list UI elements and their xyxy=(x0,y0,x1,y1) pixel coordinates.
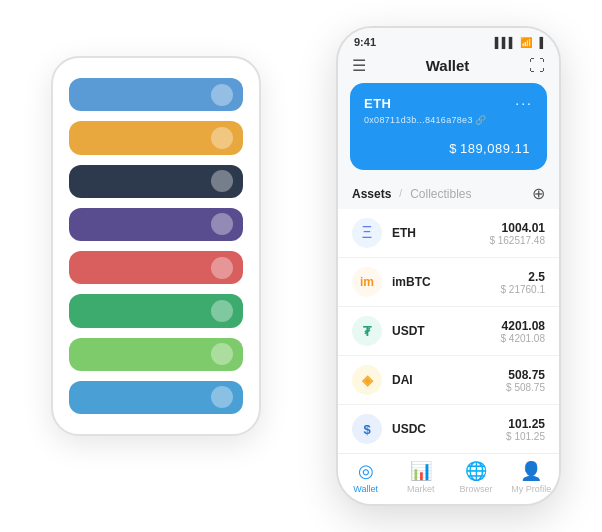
eth-card[interactable]: ETH ··· 0x08711d3b...8416a78e3 🔗 $189,08… xyxy=(350,83,547,170)
wallet-nav-label: Wallet xyxy=(353,484,378,494)
usdt-amount: 4201.08 xyxy=(501,319,546,333)
imbtc-amounts: 2.5 $ 21760.1 xyxy=(501,270,546,295)
bottom-navigation: ◎ Wallet 📊 Market 🌐 Browser 👤 My Profile xyxy=(338,453,559,504)
bg-card-1 xyxy=(69,78,243,111)
nav-profile[interactable]: 👤 My Profile xyxy=(504,460,559,494)
tab-assets[interactable]: Assets xyxy=(352,187,391,201)
eth-card-label: ETH xyxy=(364,96,392,111)
browser-nav-icon: 🌐 xyxy=(465,460,487,482)
scene: 9:41 ▌▌▌ 📶 ▐ ☰ Wallet ⛶ ETH ··· 0x08711d… xyxy=(21,16,581,516)
eth-usd: $ 162517.48 xyxy=(489,235,545,246)
bg-card-5 xyxy=(69,251,243,284)
asset-item-imbtc[interactable]: im imBTC 2.5 $ 21760.1 xyxy=(338,258,559,307)
balance-value: 189,089.11 xyxy=(460,141,530,156)
imbtc-usd: $ 21760.1 xyxy=(501,284,546,295)
tab-separator: / xyxy=(399,188,402,199)
dai-usd: $ 508.75 xyxy=(506,382,545,393)
assets-tabs: Assets / Collectibles xyxy=(352,187,472,201)
usdt-icon: ₮ xyxy=(352,316,382,346)
asset-item-usdc[interactable]: $ USDC 101.25 $ 101.25 xyxy=(338,405,559,453)
bg-card-4 xyxy=(69,208,243,241)
wallet-nav-icon: ◎ xyxy=(358,460,374,482)
bg-card-3 xyxy=(69,165,243,198)
wifi-icon: 📶 xyxy=(520,37,532,48)
eth-name: ETH xyxy=(392,226,489,240)
market-nav-icon: 📊 xyxy=(410,460,432,482)
usdc-icon: $ xyxy=(352,414,382,444)
eth-card-balance: $189,089.11 xyxy=(364,135,533,158)
asset-item-dai[interactable]: ◈ DAI 508.75 $ 508.75 xyxy=(338,356,559,405)
status-icons: ▌▌▌ 📶 ▐ xyxy=(495,37,543,48)
dai-name: DAI xyxy=(392,373,506,387)
battery-icon: ▐ xyxy=(536,37,543,48)
status-bar: 9:41 ▌▌▌ 📶 ▐ xyxy=(338,28,559,52)
background-phone xyxy=(51,56,261,436)
foreground-phone: 9:41 ▌▌▌ 📶 ▐ ☰ Wallet ⛶ ETH ··· 0x08711d… xyxy=(336,26,561,506)
asset-item-usdt[interactable]: ₮ USDT 4201.08 $ 4201.08 xyxy=(338,307,559,356)
dai-amount: 508.75 xyxy=(506,368,545,382)
eth-card-address: 0x08711d3b...8416a78e3 🔗 xyxy=(364,115,533,125)
profile-nav-icon: 👤 xyxy=(520,460,542,482)
eth-amounts: 1004.01 $ 162517.48 xyxy=(489,221,545,246)
usdt-amounts: 4201.08 $ 4201.08 xyxy=(501,319,546,344)
bg-card-6 xyxy=(69,294,243,327)
bg-card-7 xyxy=(69,338,243,371)
imbtc-amount: 2.5 xyxy=(501,270,546,284)
profile-nav-label: My Profile xyxy=(511,484,551,494)
usdt-name: USDT xyxy=(392,324,501,338)
add-asset-button[interactable]: ⊕ xyxy=(532,184,545,203)
browser-nav-label: Browser xyxy=(460,484,493,494)
assets-list: Ξ ETH 1004.01 $ 162517.48 im imBTC 2.5 $… xyxy=(338,209,559,453)
eth-amount: 1004.01 xyxy=(489,221,545,235)
asset-item-eth[interactable]: Ξ ETH 1004.01 $ 162517.48 xyxy=(338,209,559,258)
imbtc-name: imBTC xyxy=(392,275,501,289)
expand-button[interactable]: ⛶ xyxy=(529,57,545,75)
nav-market[interactable]: 📊 Market xyxy=(393,460,448,494)
signal-icon: ▌▌▌ xyxy=(495,37,516,48)
eth-card-top: ETH ··· xyxy=(364,95,533,111)
eth-icon: Ξ xyxy=(352,218,382,248)
usdc-usd: $ 101.25 xyxy=(506,431,545,442)
eth-card-more[interactable]: ··· xyxy=(515,95,533,111)
menu-button[interactable]: ☰ xyxy=(352,56,366,75)
usdc-amounts: 101.25 $ 101.25 xyxy=(506,417,545,442)
market-nav-label: Market xyxy=(407,484,435,494)
header-title: Wallet xyxy=(426,57,470,74)
nav-wallet[interactable]: ◎ Wallet xyxy=(338,460,393,494)
usdt-usd: $ 4201.08 xyxy=(501,333,546,344)
dai-amounts: 508.75 $ 508.75 xyxy=(506,368,545,393)
dai-icon: ◈ xyxy=(352,365,382,395)
assets-header: Assets / Collectibles ⊕ xyxy=(338,180,559,209)
nav-browser[interactable]: 🌐 Browser xyxy=(449,460,504,494)
usdc-amount: 101.25 xyxy=(506,417,545,431)
app-header: ☰ Wallet ⛶ xyxy=(338,52,559,83)
bg-card-8 xyxy=(69,381,243,414)
balance-symbol: $ xyxy=(449,141,457,156)
status-time: 9:41 xyxy=(354,36,376,48)
bg-card-2 xyxy=(69,121,243,154)
usdc-name: USDC xyxy=(392,422,506,436)
imbtc-icon: im xyxy=(352,267,382,297)
tab-collectibles[interactable]: Collectibles xyxy=(410,187,471,201)
